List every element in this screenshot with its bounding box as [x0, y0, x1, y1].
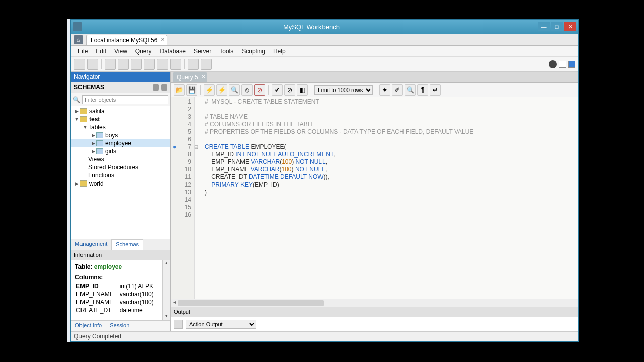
info-scrollbar[interactable]: ▴▾	[162, 260, 170, 320]
menu-database[interactable]: Database	[156, 48, 190, 55]
tab-schemas[interactable]: Schemas	[111, 239, 143, 250]
separator	[200, 85, 201, 95]
beautify-icon[interactable]: ✦	[379, 84, 390, 96]
navigator-bottom-tabs: Management Schemas	[71, 239, 170, 250]
titlebar: MySQL Workbench — □ ✕	[71, 20, 578, 34]
horizontal-scrollbar[interactable]: ◂	[171, 299, 578, 307]
views-folder[interactable]: Views	[71, 155, 170, 163]
inspector-icon[interactable]	[105, 59, 116, 70]
schema-test[interactable]: ▼test	[71, 115, 170, 123]
table-label: employee	[105, 140, 131, 147]
tables-folder[interactable]: ▼Tables	[71, 123, 170, 131]
output-header: Output	[171, 307, 578, 317]
workspace: Navigator SCHEMAS 🔍 ▶sakila ▼test ▼Table…	[71, 72, 578, 331]
rollback-icon[interactable]: ⊘	[284, 84, 295, 96]
execute-icon[interactable]: ⚡	[204, 84, 215, 96]
search-table-data-icon[interactable]	[188, 59, 199, 70]
schema-tree[interactable]: ▶sakila ▼test ▼Tables ▶boys ▶employee ▶g…	[71, 106, 170, 239]
tab-session[interactable]: Session	[106, 321, 133, 331]
tab-management[interactable]: Management	[71, 239, 111, 250]
tab-object-info[interactable]: Object Info	[71, 321, 106, 331]
stop-on-error-icon[interactable]: ⦸	[242, 84, 253, 96]
create-schema-icon[interactable]	[118, 59, 129, 70]
create-function-icon[interactable]	[170, 59, 181, 70]
menu-tools[interactable]: Tools	[215, 48, 237, 55]
filter-input[interactable]	[82, 95, 168, 104]
search-icon[interactable]: 🔍	[405, 84, 416, 96]
output-mode-select[interactable]: Action Output	[186, 320, 256, 329]
table-name: employee	[94, 263, 122, 270]
connection-tab[interactable]: Local instance MySQL56 ✕	[86, 35, 167, 45]
open-file-icon[interactable]: 📂	[174, 84, 185, 96]
query-tabs: Query 5 ✕	[171, 72, 578, 83]
connection-tab-label: Local instance MySQL56	[91, 37, 157, 44]
close-button[interactable]: ✕	[564, 22, 576, 31]
menu-file[interactable]: File	[74, 48, 92, 55]
navigator-panel: Navigator SCHEMAS 🔍 ▶sakila ▼test ▼Table…	[71, 72, 171, 331]
functions-folder[interactable]: Functions	[71, 171, 170, 179]
create-procedure-icon[interactable]	[157, 59, 168, 70]
limit-rows-select[interactable]: Limit to 1000 rows	[314, 85, 373, 95]
table-employee[interactable]: ▶employee	[71, 139, 170, 147]
reconnect-icon[interactable]	[201, 59, 212, 70]
filter-row: 🔍	[71, 93, 170, 106]
navigator-title: Navigator	[74, 73, 100, 80]
table-label: boys	[105, 132, 118, 139]
columns-table: EMP_IDint(11) AI PK EMP_FNAMEvarchar(100…	[75, 282, 160, 315]
output-mode-icon[interactable]	[174, 320, 183, 329]
col-name: CREATE_DT	[76, 307, 119, 314]
info-bottom-tabs: Object Info Session	[71, 320, 170, 331]
sql-editor[interactable]: 123456 78910111213141516 # MYSQL - CREAT…	[171, 97, 578, 299]
columns-label: Columns:	[75, 274, 166, 281]
table-girls[interactable]: ▶girls	[71, 147, 170, 155]
menu-server[interactable]: Server	[190, 48, 215, 55]
menu-edit[interactable]: Edit	[92, 48, 110, 55]
close-tab-icon[interactable]: ✕	[201, 74, 205, 79]
refresh-icon[interactable]	[153, 84, 159, 90]
create-table-icon[interactable]	[131, 59, 142, 70]
panel-toggle-left[interactable]	[559, 61, 566, 68]
folder-label: Tables	[88, 124, 106, 131]
menu-query[interactable]: Query	[131, 48, 156, 55]
stop-icon[interactable]: ⊘	[254, 84, 265, 96]
settings-icon[interactable]	[549, 60, 557, 68]
table-icon	[96, 132, 103, 138]
execute-current-icon[interactable]: ⚡	[216, 84, 227, 96]
panel-toggle-right[interactable]	[568, 61, 575, 68]
open-sql-icon[interactable]	[87, 59, 98, 70]
create-view-icon[interactable]	[144, 59, 155, 70]
editor-area: Query 5 ✕ 📂 💾 ⚡ ⚡ 🔍 ⦸ ⊘ ✔ ⊘ ◧ Limit to 1…	[171, 72, 578, 331]
home-icon[interactable]: ⌂	[74, 35, 83, 44]
menu-view[interactable]: View	[110, 48, 131, 55]
search-icon: 🔍	[73, 96, 80, 103]
close-tab-icon[interactable]: ✕	[160, 37, 165, 42]
statusbar: Query Completed	[71, 331, 578, 341]
table-label: Table:	[75, 263, 92, 270]
menu-scripting[interactable]: Scripting	[237, 48, 269, 55]
query-tab[interactable]: Query 5 ✕	[173, 72, 207, 82]
toolbar-separator	[101, 59, 102, 69]
new-sql-tab-icon[interactable]	[74, 59, 85, 70]
sprocs-folder[interactable]: Stored Procedures	[71, 163, 170, 171]
find-icon[interactable]: ✐	[392, 84, 403, 96]
wrap-icon[interactable]: ↵	[430, 84, 441, 96]
status-text: Query Completed	[74, 333, 121, 340]
connection-tabbar: ⌂ Local instance MySQL56 ✕	[71, 34, 578, 46]
save-icon[interactable]: 💾	[186, 84, 197, 96]
autocommit-icon[interactable]: ◧	[297, 84, 308, 96]
commit-icon[interactable]: ✔	[272, 84, 283, 96]
expand-icon[interactable]	[161, 84, 167, 90]
minimize-button[interactable]: —	[538, 22, 550, 31]
col-name: EMP_FNAME	[76, 291, 119, 298]
maximize-button[interactable]: □	[551, 22, 563, 31]
schema-world[interactable]: ▶world	[71, 179, 170, 188]
invisible-chars-icon[interactable]: ¶	[417, 84, 428, 96]
table-icon	[96, 140, 103, 146]
separator	[311, 85, 311, 95]
code-content[interactable]: # MYSQL - CREATE TABLE STATEMENT# TABLE …	[195, 97, 476, 299]
schema-sakila[interactable]: ▶sakila	[71, 107, 170, 115]
table-boys[interactable]: ▶boys	[71, 131, 170, 139]
col-type: varchar(100)	[120, 291, 159, 298]
menu-help[interactable]: Help	[269, 48, 290, 55]
explain-icon[interactable]: 🔍	[229, 84, 240, 96]
